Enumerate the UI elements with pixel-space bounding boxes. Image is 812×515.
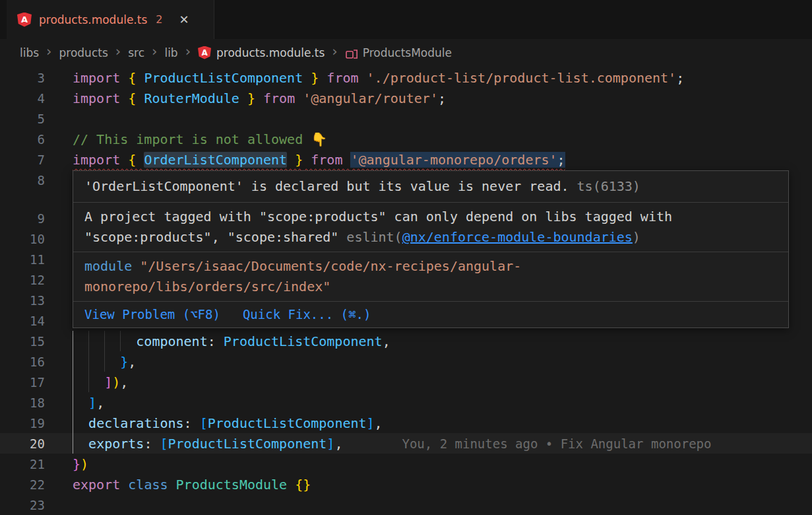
line-number[interactable]: 9: [0, 211, 45, 226]
code-token: }: [73, 456, 80, 472]
code-token: ProductListComponent: [208, 415, 367, 431]
code-line-4[interactable]: 4import { RouterModule } from '@angular/…: [0, 88, 812, 108]
line-number[interactable]: 21: [0, 457, 45, 471]
module-keyword: module: [84, 258, 132, 274]
chevron-right-icon: ›: [185, 44, 191, 59]
breadcrumb-item-symbol[interactable]: ProductsModule: [363, 46, 452, 59]
line-number[interactable]: 15: [0, 334, 45, 349]
breadcrumb: libs › products › src › lib › A products…: [0, 39, 812, 66]
line-number[interactable]: 6: [0, 132, 45, 147]
code-token: {: [128, 70, 136, 86]
chevron-right-icon: ›: [152, 44, 157, 59]
code-line-7[interactable]: 7import { OrderListComponent } from '@an…: [0, 149, 812, 170]
line-number[interactable]: 14: [0, 314, 45, 328]
code-line-19[interactable]: 19 declarations: [ProductListComponent],: [0, 413, 812, 433]
code-line-21[interactable]: 21}): [0, 454, 812, 474]
code-token: OrderListComponent: [144, 152, 287, 168]
line-content[interactable]: export class ProductsModule {}: [73, 474, 311, 495]
code-token: }: [287, 152, 303, 168]
code-line-16[interactable]: 16 },: [0, 351, 812, 372]
angular-file-icon: A: [198, 46, 211, 59]
line-content[interactable]: ]),: [73, 372, 128, 392]
code-line-6[interactable]: 6// This import is not allowed 👇: [0, 129, 812, 149]
code-token: ProductListComponent: [136, 70, 311, 86]
line-number[interactable]: 10: [0, 232, 45, 246]
code-token: ]: [327, 436, 334, 452]
line-content[interactable]: ],: [73, 392, 104, 413]
view-problem-link[interactable]: View Problem (⌥F8): [84, 305, 220, 324]
code-token: from: [303, 152, 350, 168]
code-line-18[interactable]: 18 ],: [0, 392, 812, 413]
code-token: [: [160, 436, 168, 452]
code-token: :: [184, 415, 200, 431]
line-content[interactable]: }): [73, 454, 88, 474]
line-content[interactable]: },: [73, 351, 136, 372]
git-blame-annotation: You, 2 minutes ago • Fix Angular monorep…: [402, 436, 711, 451]
code-token: declarations: [88, 415, 184, 431]
line-number[interactable]: 11: [0, 252, 45, 267]
code-token: import: [73, 152, 128, 168]
code-token: ,: [375, 415, 383, 431]
code-line-23[interactable]: 23: [0, 495, 812, 515]
code-line-5[interactable]: 5: [0, 108, 812, 129]
line-number[interactable]: 18: [0, 395, 45, 410]
code-token: class: [128, 477, 175, 493]
active-indent-guide: [73, 392, 73, 413]
code-line-17[interactable]: 17 ]),: [0, 372, 812, 392]
indent-guide: [104, 351, 105, 372]
breadcrumb-item-src[interactable]: src: [128, 46, 144, 59]
line-number[interactable]: 3: [0, 71, 45, 85]
line-number[interactable]: 19: [0, 416, 45, 430]
code-token: ,: [383, 333, 390, 349]
breadcrumb-item-libs[interactable]: libs: [20, 46, 39, 59]
code-token: ,: [128, 354, 136, 370]
code-token: import: [73, 70, 128, 86]
breadcrumb-item-products[interactable]: products: [59, 46, 108, 59]
line-number[interactable]: 13: [0, 293, 45, 308]
line-content[interactable]: import { OrderListComponent } from '@ang…: [73, 149, 565, 170]
line-number[interactable]: 4: [0, 91, 45, 106]
line-content[interactable]: exports: [ProductListComponent],You, 2 m…: [73, 433, 711, 454]
line-number[interactable]: 8: [0, 173, 45, 188]
indent-guide: [88, 372, 89, 392]
active-indent-guide: [73, 351, 73, 372]
line-content[interactable]: // This import is not allowed 👇: [73, 129, 327, 149]
indent-guide: [88, 351, 89, 372]
tab-products-module[interactable]: A products.module.ts 2 ✕: [7, 0, 214, 39]
line-number[interactable]: 5: [0, 112, 45, 126]
code-line-3[interactable]: 3import { ProductListComponent } from '.…: [0, 67, 812, 88]
active-indent-guide: [73, 433, 73, 454]
line-number[interactable]: 20: [0, 436, 45, 451]
eslint-source-suffix: ): [633, 229, 640, 245]
code-token: ): [112, 374, 120, 390]
code-token: [73, 415, 88, 431]
code-token: {: [128, 90, 136, 106]
line-number[interactable]: 16: [0, 355, 45, 369]
quick-fix-link[interactable]: Quick Fix... (⌘.): [243, 305, 371, 324]
code-line-15[interactable]: 15 component: ProductListComponent,: [0, 331, 812, 351]
code-token: ]: [104, 374, 112, 390]
line-number[interactable]: 22: [0, 477, 45, 492]
line-number[interactable]: 12: [0, 273, 45, 287]
code-token: from: [319, 70, 366, 86]
line-content[interactable]: import { ProductListComponent } from './…: [73, 67, 684, 88]
line-number[interactable]: 23: [0, 498, 45, 512]
line-content[interactable]: import { RouterModule } from '@angular/r…: [73, 88, 446, 108]
breadcrumb-item-file[interactable]: products.module.ts: [216, 46, 325, 59]
code-token: }: [311, 70, 319, 86]
diagnostic-ts-message: 'OrderListComponent' is declared but its…: [73, 171, 788, 203]
close-icon[interactable]: ✕: [179, 13, 189, 26]
line-content[interactable]: declarations: [ProductListComponent],: [73, 413, 383, 433]
line-content[interactable]: component: ProductListComponent,: [73, 331, 390, 351]
code-editor[interactable]: 3import { ProductListComponent } from '.…: [0, 66, 812, 515]
line-number[interactable]: 17: [0, 375, 45, 390]
module-path-line1: "/Users/isaac/Documents/code/nx-recipes/…: [132, 258, 521, 274]
code-line-20[interactable]: 20 exports: [ProductListComponent],You, …: [0, 433, 812, 454]
line-number[interactable]: 7: [0, 153, 45, 167]
eslint-text-line2: "scope:products", "scope:shared": [84, 229, 346, 245]
eslint-source-prefix: eslint(: [346, 229, 402, 245]
code-line-22[interactable]: 22export class ProductsModule {}: [0, 474, 812, 495]
eslint-rule-link[interactable]: @nx/enforce-module-boundaries: [402, 229, 633, 245]
code-token: [73, 395, 88, 411]
breadcrumb-item-lib[interactable]: lib: [164, 46, 177, 59]
